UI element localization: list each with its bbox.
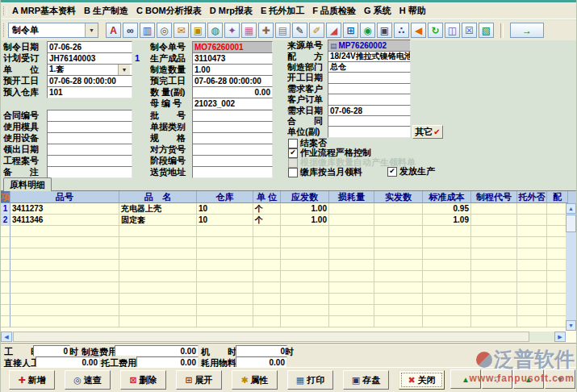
toolbar-grip[interactable] — [3, 23, 7, 37]
filter-edit-button[interactable]: ▼ — [545, 369, 575, 389]
binoculars-icon[interactable]: ∞ — [123, 23, 138, 38]
table-row[interactable] — [1, 294, 577, 305]
worker-icon[interactable]: ✦ — [224, 23, 240, 38]
pin-icon[interactable]: ✚ — [258, 23, 274, 38]
menu-item[interactable]: B 生产制造 — [82, 3, 135, 19]
field-input[interactable]: 21023_002 — [192, 98, 273, 110]
eraser-icon[interactable]: ◢ — [326, 23, 341, 38]
field-input[interactable]: 07-06-28 00:00:00 — [192, 75, 273, 87]
menu-item[interactable]: A MRP基本资料 — [10, 3, 82, 19]
release-production-checkbox[interactable]: ✔ — [387, 167, 397, 177]
column-header[interactable]: 仓库 — [197, 191, 253, 203]
material-cost-field[interactable]: 0.00 — [236, 357, 287, 368]
table-row[interactable]: 2 3411346 固定套 10 个 1.00 1.09 — [1, 215, 577, 226]
checkbox[interactable] — [288, 168, 298, 177]
table-icon[interactable]: ⊞ — [343, 23, 358, 38]
briefcase-icon[interactable]: ▣ — [190, 23, 206, 38]
checkbox[interactable] — [288, 158, 298, 168]
sort-up-2-button[interactable]: ▲ — [513, 369, 544, 389]
checkbox[interactable]: ✔ — [288, 148, 298, 158]
cascade-windows-icon[interactable]: ▧ — [479, 23, 494, 38]
scroll-up-icon[interactable]: ▲ — [566, 203, 576, 214]
field-input[interactable] — [192, 166, 273, 178]
scroll-right-icon[interactable]: ▶ — [554, 332, 566, 342]
search-doc-icon[interactable]: ◎ — [157, 23, 172, 38]
field-input[interactable] — [47, 121, 132, 133]
traffic-light-icon[interactable]: ◉ — [360, 23, 375, 38]
column-header[interactable]: 制程代号 — [471, 191, 517, 203]
table-row[interactable] — [1, 260, 577, 271]
calendar-icon[interactable]: ▦ — [241, 23, 257, 38]
tab-material-detail[interactable]: 原料明细 — [3, 177, 52, 191]
close-button[interactable]: ✖ 关闭 — [399, 370, 445, 390]
field-input[interactable]: 1.套 ▼ — [47, 64, 132, 76]
horizontal-scroll-thumb[interactable] — [13, 332, 529, 342]
table-row[interactable] — [1, 248, 577, 260]
field-input[interactable]: 07-06-26 — [47, 41, 132, 53]
save-button[interactable]: ▣ 存盘 — [343, 370, 389, 390]
field-input[interactable] — [328, 126, 411, 138]
field-input[interactable]: 07-06-28 00:00:00 — [47, 75, 132, 87]
field-input[interactable]: MO76260001 — [192, 41, 273, 53]
menu-item[interactable]: H 帮助 — [398, 3, 433, 19]
pencil-alt-icon[interactable]: ✐ — [309, 23, 324, 38]
field-input[interactable] — [47, 166, 132, 178]
record-icon[interactable]: ▣ — [377, 23, 392, 38]
menu-item[interactable]: F 品质检验 — [311, 3, 362, 19]
table-row[interactable] — [1, 282, 577, 294]
column-header[interactable]: 应发数 — [281, 191, 329, 203]
font-tool-icon[interactable]: A — [106, 23, 121, 38]
properties-button[interactable]: ✱ 属性 — [232, 370, 278, 390]
field-input[interactable] — [47, 132, 132, 144]
field-input[interactable] — [192, 121, 273, 133]
column-header[interactable]: 单 位 — [253, 191, 281, 203]
field-input[interactable]: 1.00 — [192, 64, 273, 76]
table-row[interactable] — [1, 237, 577, 248]
field-input[interactable] — [47, 144, 132, 156]
window-icon[interactable]: ◫ — [445, 23, 460, 38]
exit-icon[interactable]: → — [510, 23, 544, 38]
field-input[interactable]: 101 — [47, 86, 132, 98]
vertical-scroll-thumb[interactable] — [566, 215, 576, 232]
user-card-icon[interactable]: ▥ — [140, 23, 155, 38]
scroll-down-icon[interactable]: ▼ — [566, 320, 576, 331]
document-icon[interactable]: ▤ — [275, 23, 291, 38]
column-header[interactable]: 实发数 — [374, 191, 423, 203]
add-button[interactable]: ✚ 新增 — [9, 370, 55, 390]
labor-hours-field[interactable]: 0 — [33, 345, 70, 357]
menu-item[interactable]: D Mrp报表 — [208, 3, 259, 19]
field-input[interactable] — [47, 110, 132, 122]
menu-grip[interactable] — [3, 6, 7, 15]
checkbox[interactable] — [288, 139, 298, 148]
mail-icon[interactable]: ✉ — [174, 23, 189, 38]
quick-search-button[interactable]: ◎ 速查 — [65, 370, 111, 390]
delete-button[interactable]: ⊠ 删除 — [120, 370, 166, 390]
module-selector[interactable]: 制令单 ▼ — [8, 23, 98, 38]
field-input[interactable] — [47, 155, 132, 167]
table-row[interactable] — [1, 226, 577, 237]
speaker-icon[interactable]: ◀ — [411, 23, 426, 38]
refresh-icon[interactable]: ↻ — [428, 23, 443, 38]
org-chart-icon[interactable]: ∴ — [394, 23, 409, 38]
column-header[interactable]: 损耗量 — [329, 191, 374, 203]
column-header[interactable]: 品号 — [10, 191, 119, 203]
field-input[interactable]: JH76140003 — [47, 52, 132, 65]
horizontal-scrollbar[interactable]: ◀ ▶ — [1, 332, 566, 342]
field-input[interactable] — [192, 144, 273, 156]
column-header[interactable]: 品 名 — [119, 191, 197, 203]
column-header[interactable]: 项 — [1, 191, 10, 203]
vertical-scrollbar[interactable]: ▲ ▼ — [566, 203, 576, 331]
print-button[interactable]: ▦ 打印 — [287, 370, 333, 390]
column-header[interactable]: 标准成本 — [423, 191, 471, 203]
chevron-down-icon[interactable]: ▼ — [85, 23, 98, 37]
table-row[interactable]: 1 3411273 充电器上壳 10 个 1.00 0.95 — [1, 203, 577, 215]
globe-icon[interactable]: ◍ — [207, 23, 223, 38]
menu-item[interactable]: E 托外加工 — [259, 3, 311, 19]
other-button[interactable]: 其它 ✔ — [412, 125, 443, 139]
sort-up-button[interactable]: ▲ — [450, 369, 481, 389]
field-input[interactable] — [192, 132, 273, 144]
pencil-icon[interactable]: ✎ — [292, 23, 307, 38]
machine-hours-field[interactable]: 0 — [236, 345, 287, 357]
expand-button[interactable]: ⊞ 展开 — [176, 370, 222, 390]
scroll-left-icon[interactable]: ◀ — [1, 332, 12, 342]
